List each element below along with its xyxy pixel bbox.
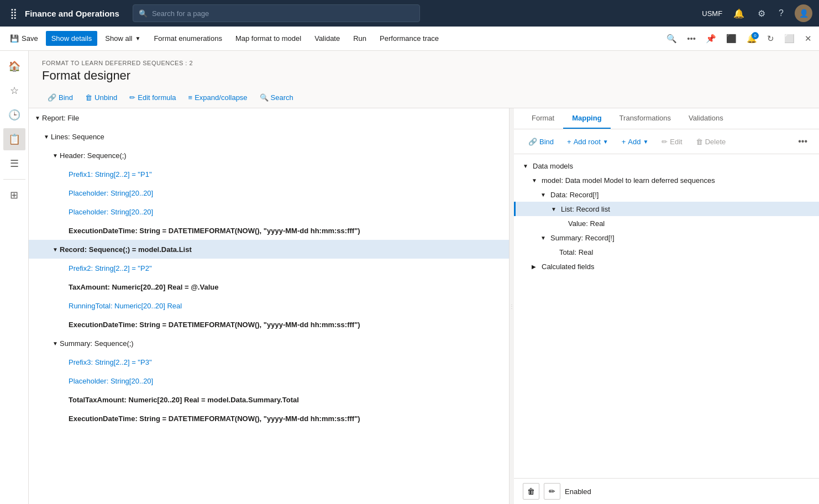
r-tree-value-real[interactable]: Value: Real [514,216,819,230]
toolbar-search-icon[interactable]: 🔍 [664,31,680,46]
sidebar-recent-icon[interactable]: 🕒 [3,104,25,126]
tab-format[interactable]: Format [523,108,563,129]
tab-validations[interactable]: Validations [680,108,732,129]
tree-item-header-sequence[interactable]: ▼ Header: Sequence(;) [29,146,509,165]
notification-icon[interactable]: 🔔 [731,6,747,21]
unbind-button[interactable]: 🗑 Unbind [80,91,123,104]
r-tree-data-record[interactable]: ▼ Data: Record[!] [514,187,819,202]
expand-collapse-button[interactable]: ≡ Expand/collapse [183,91,253,104]
toggle-record-sequence[interactable]: ▼ [51,245,60,254]
r-tree-list-record[interactable]: ▼ List: Record list [514,202,819,216]
content-area: FORMAT TO LEARN DEFERRED SEQUENCES : 2 F… [29,51,819,504]
r-toggle-calculated-fields[interactable]: ▶ [532,264,539,270]
tree-item-placeholder3[interactable]: Placeholder: String[20..20] [29,371,509,390]
tree-item-executiondatetime2[interactable]: ExecutionDateTime: String = DATETIMEFORM… [29,315,509,334]
edit-formula-button[interactable]: ✏ Edit formula [124,91,181,104]
status-delete-button[interactable]: 🗑 [523,483,539,500]
tree-item-runningtotal[interactable]: RunningTotal: Numeric[20..20] Real [29,296,509,315]
tree-item-record-sequence[interactable]: ▼ Record: Sequence(;) = model.Data.List [29,240,509,259]
model-tree-panel: Format Mapping Transformations Validatio… [514,108,819,504]
run-button[interactable]: Run [348,31,372,46]
toggle-header-sequence[interactable]: ▼ [51,151,60,160]
more-options-icon[interactable]: ••• [795,134,810,149]
save-icon: 💾 [10,34,19,43]
settings-icon[interactable]: ⚙ [755,6,768,21]
sidebar-filter-icon[interactable]: ⊞ [3,184,25,206]
refresh-icon[interactable]: ↻ [764,31,777,46]
tree-item-prefix3[interactable]: Prefix3: String[2..2] = "P3" [29,353,509,371]
tree-item-executiondatetime3[interactable]: ExecutionDateTime: String = DATETIMEFORM… [29,409,509,428]
toggle-summary-sequence[interactable]: ▼ [51,339,60,348]
model-bind-button[interactable]: 🔗 Bind [523,135,559,149]
show-all-caret-icon: ▼ [135,35,141,41]
tree-item-executiondatetime1[interactable]: ExecutionDateTime: String = DATETIMEFORM… [29,221,509,240]
expand-icon[interactable]: ⬜ [781,31,797,46]
global-search-input[interactable] [152,9,414,18]
map-format-button[interactable]: Map format to model [230,31,307,46]
tab-mapping[interactable]: Mapping [563,108,610,129]
waffle-icon[interactable]: ⣿ [7,4,20,23]
panel-resizer[interactable]: ⋮ [510,108,514,504]
link-icon: 🔗 [48,93,56,102]
close-icon[interactable]: ✕ [802,31,815,46]
bind-button[interactable]: 🔗 Bind [42,91,78,104]
r-toggle-summary-record[interactable]: ▼ [540,235,548,241]
tree-item-placeholder2[interactable]: Placeholder: String[20..20] [29,202,509,221]
r-tree-calculated-fields[interactable]: ▶ Calculated fields [514,259,819,274]
show-details-button[interactable]: Show details [46,31,98,46]
pin-icon[interactable]: 📌 [703,31,719,46]
show-all-button[interactable]: Show all ▼ [99,31,146,46]
add-button[interactable]: + Add ▼ [616,135,654,149]
sidebar-calendar-icon[interactable]: 📋 [3,128,25,150]
tab-transformations[interactable]: Transformations [611,108,680,129]
add-root-caret-icon: ▼ [603,139,608,145]
expand-icon: ≡ [188,93,193,102]
performance-trace-button[interactable]: Performance trace [374,31,444,46]
search-button[interactable]: 🔍 Search [254,91,299,104]
format-enumerations-button[interactable]: Format enumerations [148,31,228,46]
search-icon: 🔍 [139,9,148,18]
toggle-lines-sequence[interactable]: ▼ [42,132,51,141]
tree-item-summary-sequence[interactable]: ▼ Summary: Sequence(;) [29,334,509,353]
two-panel: ▼ Report: File ▼ Lines: Sequence ▼ Heade… [29,108,819,504]
edit-button[interactable]: ✏ Edit [656,135,687,149]
tree-item-taxamount[interactable]: TaxAmount: Numeric[20..20] Real = @.Valu… [29,277,509,296]
r-toggle-data-record[interactable]: ▼ [540,192,548,198]
r-tree-total-real[interactable]: Total: Real [514,245,819,259]
toolbar-more-icon[interactable]: ••• [684,31,699,46]
user-avatar[interactable]: 👤 [795,4,812,22]
sidebar-home-icon[interactable]: 🏠 [3,55,25,77]
page-title: Format designer [42,69,806,83]
unbind-icon: 🗑 [85,93,92,102]
status-edit-button[interactable]: ✏ [544,483,560,500]
app-title: Finance and Operations [25,9,119,18]
toggle-report-file[interactable]: ▼ [33,113,42,122]
page-header: FORMAT TO LEARN DEFERRED SEQUENCES : 2 F… [29,51,819,87]
tree-item-lines-sequence[interactable]: ▼ Lines: Sequence [29,127,509,146]
tree-item-prefix1[interactable]: Prefix1: String[2..2] = "P1" [29,165,509,183]
sidebar-star-icon[interactable]: ☆ [3,80,25,102]
badge-icon[interactable]: 🔔 0 [744,31,760,46]
tree-item-placeholder1[interactable]: Placeholder: String[20..20] [29,183,509,202]
r-tree-data-models[interactable]: ▼ Data models [514,159,819,173]
r-tree-model-deferred[interactable]: ▼ model: Data model Model to learn defer… [514,173,819,187]
tree-item-report-file[interactable]: ▼ Report: File [29,108,509,127]
sidebar-list-icon[interactable]: ☰ [3,153,25,175]
r-toggle-model-deferred[interactable]: ▼ [532,177,539,183]
r-toggle-list-record[interactable]: ▼ [551,206,559,212]
tree-item-prefix2[interactable]: Prefix2: String[2..2] = "P2" [29,259,509,277]
delete-trash-icon: 🗑 [696,138,703,146]
r-toggle-data-models[interactable]: ▼ [523,163,531,169]
help-icon[interactable]: ? [776,6,786,20]
right-toolbar: 🔗 Bind + Add root ▼ + Add ▼ ✏ [514,129,819,154]
tree-item-totaltaxamount[interactable]: TotalTaxAmount: Numeric[20..20] Real = m… [29,390,509,409]
save-button[interactable]: 💾 Save [4,31,44,46]
office-icon[interactable]: ⬛ [723,31,739,46]
delete-button[interactable]: 🗑 Delete [690,135,732,149]
global-search[interactable]: 🔍 [133,4,420,22]
edit-pencil-icon: ✏ [662,138,668,146]
add-root-button[interactable]: + Add root ▼ [561,135,614,149]
r-tree-summary-record[interactable]: ▼ Summary: Record[!] [514,230,819,245]
top-nav-bar: ⣿ Finance and Operations 🔍 USMF 🔔 ⚙ ? 👤 [0,0,819,27]
validate-button[interactable]: Validate [309,31,345,46]
